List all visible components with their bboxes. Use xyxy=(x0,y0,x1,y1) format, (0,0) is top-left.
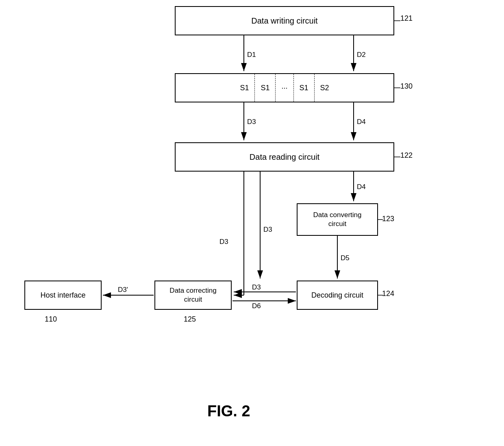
data-writing-circuit-block: Data writing circuit xyxy=(175,6,394,35)
ref-110: 110 xyxy=(45,315,57,324)
decoding-circuit-block: Decoding circuit xyxy=(297,281,378,310)
data-writing-circuit-label: Data writing circuit xyxy=(251,16,317,26)
memory-array-block: S1 S1 ··· S1 S2 xyxy=(175,73,394,102)
ref-125: 125 xyxy=(184,315,196,324)
ref-121: 121 xyxy=(400,14,413,23)
ref-130: 130 xyxy=(400,82,413,91)
d4b-label: D4 xyxy=(357,183,366,191)
ref-122: 122 xyxy=(400,151,413,160)
data-converting-circuit-label: Data convertingcircuit xyxy=(313,211,361,228)
d1-label: D1 xyxy=(247,51,256,59)
memory-cell-s1-3: S1 xyxy=(294,74,315,102)
diagram-arrows: D1 D2 D3 D4 D3 D4 D5 xyxy=(0,0,504,446)
memory-cell-s1-2: S1 xyxy=(255,74,276,102)
ref-123: 123 xyxy=(382,215,394,223)
data-reading-circuit-block: Data reading circuit xyxy=(175,142,394,172)
host-interface-block: Host interface xyxy=(24,281,102,310)
data-correcting-circuit-block: Data correctingcircuit xyxy=(154,281,232,310)
ref-124: 124 xyxy=(382,289,394,298)
data-converting-circuit-block: Data convertingcircuit xyxy=(297,203,378,236)
data-reading-circuit-label: Data reading circuit xyxy=(250,152,319,162)
d4a-label: D4 xyxy=(357,118,366,126)
diagram-container: Data writing circuit 121 S1 S1 ··· S1 S2… xyxy=(0,0,504,446)
d3prime-label: D3' xyxy=(118,286,128,294)
data-correcting-circuit-label: Data correctingcircuit xyxy=(169,286,216,304)
d6-label: D6 xyxy=(252,302,261,310)
memory-cell-dots: ··· xyxy=(276,74,293,102)
d5-label: D5 xyxy=(341,254,350,262)
d2-label: D2 xyxy=(357,51,366,59)
memory-cell-s1-1: S1 xyxy=(234,74,255,102)
fig-label: FIG. 2 xyxy=(207,402,250,420)
decoding-circuit-label: Decoding circuit xyxy=(311,291,363,300)
memory-cell-s2: S2 xyxy=(315,74,335,102)
d3a-label: D3 xyxy=(247,118,256,126)
d3c-label: D3 xyxy=(263,226,272,233)
host-interface-label: Host interface xyxy=(40,291,85,300)
d3d-label: D3 xyxy=(252,283,261,291)
d3b-label: D3 xyxy=(219,238,228,246)
